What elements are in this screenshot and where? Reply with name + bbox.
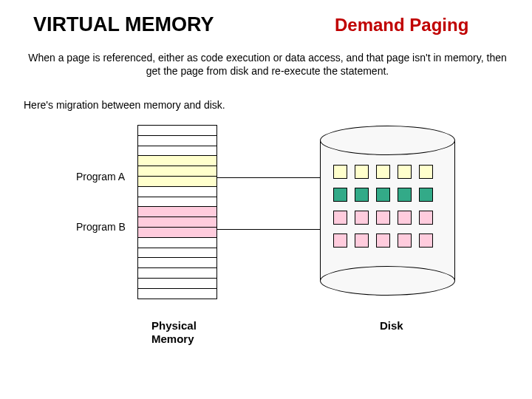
page-subtitle: Demand Paging: [335, 15, 468, 35]
memory-row: [138, 217, 216, 228]
disk-page-row: [333, 233, 444, 248]
connector-line: [217, 229, 320, 230]
memory-row: [138, 197, 216, 208]
memory-row: [138, 289, 216, 299]
memory-row: [138, 177, 216, 187]
memory-row: [138, 187, 216, 197]
disk-page-cell: [355, 233, 369, 248]
disk-page-cell: [419, 211, 433, 225]
disk-page-cell: [333, 233, 347, 248]
program-b-label: Program B: [76, 221, 126, 233]
connector-line: [217, 177, 320, 178]
program-a-label: Program A: [76, 171, 125, 183]
disk-page-cell: [419, 188, 433, 202]
memory-row: [138, 166, 216, 177]
physical-memory-label: PhysicalMemory: [151, 319, 197, 346]
memory-row: [138, 156, 216, 166]
disk-page-cell: [376, 233, 390, 248]
memory-row: [138, 258, 216, 268]
disk-cylinder-top: [320, 126, 455, 155]
disk-page-row: [333, 165, 444, 179]
memory-row: [138, 126, 216, 136]
physical-memory-diagram: [137, 125, 217, 299]
memory-row: [138, 228, 216, 238]
disk-page-cell: [398, 165, 412, 179]
disk-page-cell: [376, 211, 390, 225]
disk-page-cell: [376, 188, 390, 202]
disk-page-cell: [398, 188, 412, 202]
memory-row: [138, 238, 216, 248]
disk-page-cell: [398, 211, 412, 225]
memory-row: [138, 207, 216, 217]
disk-page-cell: [419, 233, 433, 248]
disk-cylinder-bottom: [320, 266, 455, 296]
disk-label: Disk: [380, 319, 403, 332]
disk-page-cell: [376, 165, 390, 179]
page-title: VIRTUAL MEMORY: [33, 13, 214, 36]
disk-page-grid: [333, 165, 444, 256]
memory-row: [138, 248, 216, 259]
memory-row: [138, 268, 216, 279]
memory-row: [138, 146, 216, 157]
disk-page-cell: [333, 188, 347, 202]
disk-page-cell: [419, 165, 433, 179]
disk-page-cell: [355, 165, 369, 179]
caption-text: Here's migration between memory and disk…: [24, 99, 225, 111]
disk-page-cell: [398, 233, 412, 248]
disk-page-row: [333, 188, 444, 202]
memory-row: [138, 279, 216, 289]
disk-page-cell: [333, 211, 347, 225]
description-text: When a page is referenced, either as cod…: [24, 52, 511, 78]
disk-page-cell: [333, 165, 347, 179]
disk-page-cell: [355, 211, 369, 225]
disk-page-row: [333, 211, 444, 225]
disk-page-cell: [355, 188, 369, 202]
memory-row: [138, 136, 216, 146]
